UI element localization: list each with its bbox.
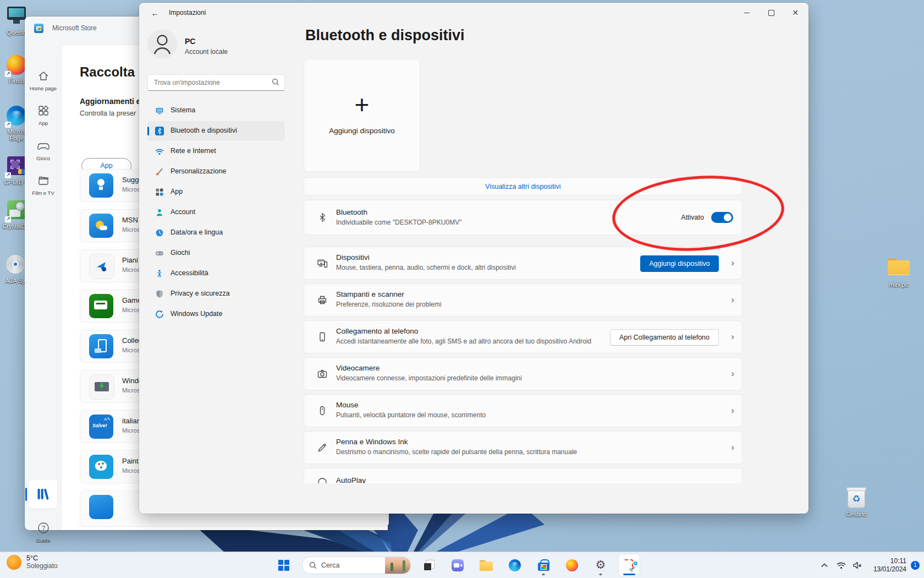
collegamento-row[interactable]: Collegamento al telefono Accedi istantan… <box>304 320 743 353</box>
store-nav-guida[interactable]: ? Guida <box>25 521 62 544</box>
settings-button[interactable]: ⚙ <box>590 554 611 576</box>
maximize-button[interactable] <box>759 3 783 23</box>
chevron-up-icon <box>821 563 828 568</box>
tray-time: 10:11 <box>866 557 906 565</box>
task-view-button[interactable] <box>419 554 439 576</box>
chevron-right-icon: › <box>731 258 734 269</box>
videocamere-row[interactable]: Videocamere Videocamere connesse, impost… <box>304 357 743 390</box>
autoplay-row-partial[interactable]: AutoPlay <box>304 468 743 483</box>
penna-row[interactable]: Penna e Windows Ink Destrismo o mancinis… <box>304 431 743 464</box>
phone-icon <box>317 331 328 342</box>
store-nav-app[interactable]: App <box>25 105 62 126</box>
store-nav-film[interactable]: Film e TV <box>25 175 62 196</box>
row-subtitle: Individuabile come "DESKTOP-8PKU0MV" <box>336 219 461 226</box>
desktop-icon-mini-pc[interactable]: mini pc <box>883 257 914 288</box>
sidebar-item-app[interactable]: App <box>147 182 285 202</box>
msn-meteo-app-icon <box>89 214 113 238</box>
piani-app-icon <box>89 254 114 279</box>
store-nav-home[interactable]: Home page <box>25 70 62 91</box>
chevron-right-icon: › <box>731 442 734 453</box>
apps-grid-icon <box>37 105 50 117</box>
sidebar-item-data-ora[interactable]: Data/ora e lingua <box>147 223 285 243</box>
search-icon <box>309 561 317 569</box>
sidebar-item-giochi[interactable]: Giochi <box>147 243 285 263</box>
open-phone-link-button[interactable]: Apri Collegamento al telefono <box>610 329 719 346</box>
speaker-muted-icon <box>853 561 862 569</box>
settings-titlebar[interactable]: ← Impostazioni ✕ <box>139 3 809 23</box>
store-section-heading: Aggiornamenti e <box>80 97 140 106</box>
notification-badge[interactable]: 1 <box>911 561 920 570</box>
shortcut-arrow-icon: ↗ <box>5 172 11 178</box>
close-button[interactable]: ✕ <box>783 3 807 23</box>
tray-volume-button[interactable] <box>849 554 866 576</box>
sidebar-item-rete[interactable]: Rete e Internet <box>147 141 285 161</box>
running-indicator <box>600 574 602 575</box>
recycle-bin-icon: ♻ <box>848 488 865 508</box>
windows-logo-icon <box>278 560 289 571</box>
pen-icon <box>317 442 328 453</box>
mouse-icon <box>317 405 328 416</box>
gamebar-app-icon <box>89 294 113 318</box>
tray-chevron-button[interactable] <box>816 554 833 576</box>
chevron-right-icon: › <box>731 368 734 379</box>
person-icon <box>147 29 177 59</box>
firefox-icon <box>566 559 578 571</box>
weather-temp: 5°C <box>26 554 58 562</box>
store-window-title: Microsoft Store <box>52 24 97 32</box>
disc-icon <box>6 255 25 274</box>
store-button[interactable] <box>533 554 554 576</box>
store-nav-gioco[interactable]: Gioco <box>25 140 62 161</box>
autoplay-icon <box>317 476 328 483</box>
sidebar-item-privacy[interactable]: Privacy e sicurezza <box>147 284 285 304</box>
file-explorer-button[interactable] <box>476 554 497 576</box>
settings-search-input[interactable] <box>153 75 265 90</box>
edge-button[interactable] <box>504 554 525 576</box>
this-pc-icon <box>7 7 26 20</box>
sidebar-item-sistema[interactable]: Sistema <box>147 101 285 121</box>
desktop-icon-label: mini pc <box>883 281 914 288</box>
chevron-right-icon: › <box>731 405 734 416</box>
folder-icon <box>480 560 493 571</box>
chat-icon <box>452 559 464 571</box>
chevron-right-icon: › <box>731 331 734 342</box>
store-nav-raccolta-selected[interactable] <box>29 480 57 509</box>
store-logo-icon <box>34 24 43 33</box>
desktop: Questo ↗ Firefo ↗ Micros Edge ↗ CPUID C … <box>0 0 924 578</box>
weather-condition: Soleggiato <box>26 562 58 570</box>
back-button[interactable]: ← <box>147 7 163 20</box>
mouse-row[interactable]: Mouse Pulsanti, velocità puntatore del m… <box>304 394 743 427</box>
stampanti-row[interactable]: Stampanti e scanner Preferenze, risoluzi… <box>304 283 743 317</box>
help-icon: ? <box>37 521 50 535</box>
firefox-button[interactable] <box>562 554 582 576</box>
taskbar-search[interactable]: Cerca <box>302 557 411 574</box>
minimize-button[interactable] <box>735 3 759 23</box>
desktop-icon-cestino[interactable]: ♻ Cestino <box>841 488 872 517</box>
add-device-button[interactable]: Aggiungi dispositivo <box>640 255 719 272</box>
weather-widget[interactable]: 5°C Soleggiato <box>7 554 58 570</box>
account-avatar[interactable] <box>147 29 177 59</box>
windows-app-icon <box>89 374 114 400</box>
library-icon <box>36 487 50 501</box>
sidebar-item-windows-update[interactable]: Windows Update <box>147 304 285 324</box>
search-icon <box>272 78 279 86</box>
chat-button[interactable] <box>447 554 468 576</box>
brush-icon <box>155 167 164 176</box>
sidebar-item-personalizzazione[interactable]: Personalizzazione <box>147 162 285 182</box>
add-device-card[interactable]: + Aggiungi dispositivo <box>304 59 420 172</box>
clapperboard-icon <box>37 175 50 187</box>
tray-network-button[interactable] <box>833 554 849 576</box>
sidebar-item-accessibilita[interactable]: Accessibilità <box>147 264 285 283</box>
suggerimenti-app-icon <box>89 173 113 198</box>
store-nav-rail: Home page App Gioco Film e TV ? Guida <box>25 40 62 530</box>
sidebar-item-account[interactable]: Account <box>147 203 285 222</box>
start-button[interactable] <box>273 554 294 576</box>
settings-search[interactable] <box>147 74 285 91</box>
account-name: PC <box>185 37 195 46</box>
dispositivi-row[interactable]: Dispositivi Mouse, tastiera, penna, audi… <box>304 247 743 280</box>
accessibility-icon <box>155 269 164 278</box>
tray-clock[interactable]: 10:11 13/01/2024 <box>866 557 910 574</box>
camera-icon <box>317 368 328 379</box>
snipping-tool-button[interactable]: ✂+ <box>619 554 640 576</box>
running-indicator <box>542 574 545 575</box>
sidebar-item-bluetooth[interactable]: Bluetooth e dispositivi <box>147 121 285 141</box>
